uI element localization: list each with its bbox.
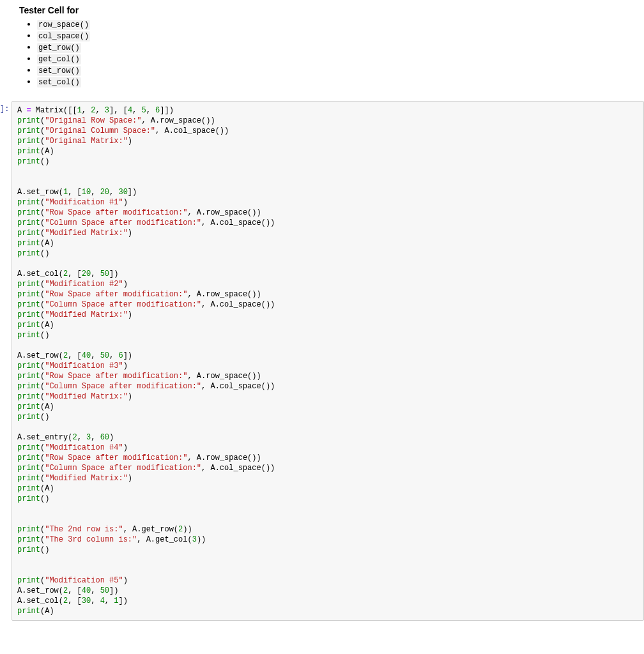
function-name: set_row() (37, 66, 81, 76)
function-name: get_col() (37, 54, 81, 65)
function-list-item: set_col() (37, 77, 639, 87)
function-list-item: set_row() (37, 65, 639, 75)
function-name: get_row() (37, 43, 81, 53)
markdown-heading: Tester Cell for (19, 5, 639, 15)
markdown-cell: Tester Cell for row_space()col_space()ge… (0, 0, 644, 93)
input-prompt: ]: (0, 101, 9, 621)
function-list-item: col_space() (37, 31, 639, 41)
function-list-item: row_space() (37, 19, 639, 29)
function-name: row_space() (37, 20, 90, 30)
prompt-label: ]: (0, 105, 9, 114)
function-list-item: get_row() (37, 42, 639, 52)
function-list-item: get_col() (37, 54, 639, 64)
function-list: row_space()col_space()get_row()get_col()… (19, 19, 639, 87)
function-name: set_col() (37, 77, 81, 87)
code-input-area[interactable]: A = Matrix([[1, 2, 3], [4, 5, 6]]) print… (12, 101, 644, 621)
function-name: col_space() (37, 31, 90, 42)
code-cell: ]: A = Matrix([[1, 2, 3], [4, 5, 6]]) pr… (0, 101, 644, 621)
code-content[interactable]: A = Matrix([[1, 2, 3], [4, 5, 6]]) print… (17, 105, 638, 616)
